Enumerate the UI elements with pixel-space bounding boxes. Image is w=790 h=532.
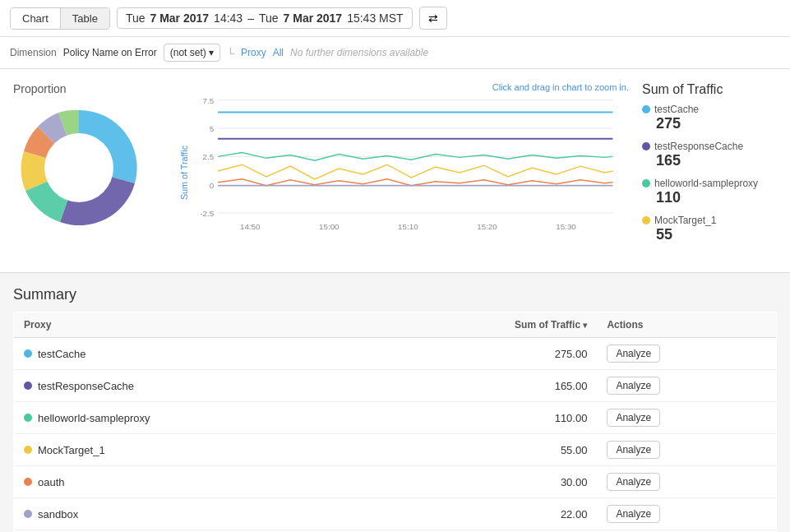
- dash: –: [247, 12, 254, 25]
- svg-text:-2.5: -2.5: [200, 209, 214, 218]
- table-row: testResponseCache 165.00 Analyze: [14, 370, 777, 402]
- date-range[interactable]: Tue 7 Mar 2017 14:43 – Tue 7 Mar 2017 15…: [117, 7, 413, 29]
- proxy-cell: MockTarget_1: [14, 434, 372, 466]
- proxy-cell: testResponseCache: [14, 370, 372, 402]
- analyze-button[interactable]: Analyze: [607, 345, 660, 363]
- proportion-area: Proportion: [13, 82, 178, 266]
- table-row: testCache 275.00 Analyze: [14, 338, 777, 370]
- actions-cell: Analyze: [597, 434, 776, 466]
- traffic-value: 165.00: [372, 370, 598, 402]
- legend-area: Sum of Traffic testCache 275 testRespons…: [629, 82, 777, 266]
- legend-dot: [642, 179, 650, 187]
- dimension-bar: Dimension Policy Name on Error (not set)…: [0, 37, 790, 69]
- svg-text:14:50: 14:50: [240, 222, 261, 231]
- legend-dot: [642, 105, 650, 113]
- svg-text:7.5: 7.5: [202, 96, 214, 105]
- svg-text:Sum of Traffic: Sum of Traffic: [179, 145, 189, 200]
- proxy-dot: [24, 446, 32, 454]
- analyze-button[interactable]: Analyze: [607, 505, 660, 523]
- proxy-link[interactable]: Proxy: [241, 47, 266, 58]
- line-chart-svg[interactable]: Sum of Traffic 7.5 5 2.5 0 -2.5 14:50 15…: [178, 82, 629, 263]
- proxy-column-header: Proxy: [14, 312, 372, 338]
- proxy-dot: [24, 510, 32, 518]
- legend-item-name: testCache: [642, 104, 777, 115]
- legend-item: testResponseCache 165: [642, 141, 777, 169]
- actions-cell: Analyze: [597, 402, 776, 434]
- traffic-column-header[interactable]: Sum of Traffic ▾: [372, 312, 598, 338]
- table-row: sandbox 22.00 Analyze: [14, 498, 777, 530]
- proxy-dot: [24, 349, 32, 358]
- legend-item-name: testResponseCache: [642, 141, 777, 152]
- table-tab[interactable]: Table: [61, 8, 109, 29]
- svg-text:5: 5: [210, 124, 215, 133]
- donut-chart: [13, 102, 145, 234]
- proxy-name: oauth: [38, 476, 65, 488]
- summary-section: Summary Proxy Sum of Traffic ▾ Actions t…: [0, 273, 790, 532]
- time2-tz: 15:43 MST: [347, 12, 403, 25]
- legend-item: testCache 275: [642, 104, 777, 132]
- table-row: MockTarget_1 55.00 Analyze: [14, 434, 777, 466]
- actions-column-header: Actions: [597, 312, 776, 338]
- proportion-label: Proportion: [13, 82, 178, 95]
- proxy-cell: oauth: [14, 466, 372, 498]
- not-set-dropdown[interactable]: (not set) ▾: [164, 44, 220, 62]
- proxy-dot: [24, 478, 32, 486]
- svg-text:15:00: 15:00: [319, 222, 340, 231]
- legend-item-value: 55: [656, 226, 777, 243]
- separator: └: [227, 47, 234, 59]
- legend-dot: [642, 142, 650, 150]
- dimension-label: Dimension: [10, 47, 57, 58]
- svg-text:2.5: 2.5: [202, 152, 214, 161]
- all-link[interactable]: All: [273, 47, 284, 58]
- analyze-button[interactable]: Analyze: [607, 377, 660, 395]
- traffic-value: 22.00: [372, 498, 598, 530]
- proxy-name: sandbox: [38, 508, 78, 520]
- legend-item-value: 275: [656, 115, 777, 132]
- main-chart-area: Proportion: [0, 69, 790, 273]
- svg-text:15:10: 15:10: [398, 222, 418, 231]
- view-tabs: Chart Table: [10, 7, 110, 30]
- svg-text:0: 0: [210, 181, 215, 190]
- legend-item-value: 110: [656, 189, 777, 206]
- policy-name-label: Policy Name on Error: [63, 47, 157, 58]
- refresh-button[interactable]: ⇄: [419, 7, 447, 30]
- table-row: oauth 30.00 Analyze: [14, 466, 777, 498]
- traffic-value: 30.00: [372, 466, 598, 498]
- proxy-dot: [24, 414, 32, 422]
- date2: 7 Mar 2017: [284, 12, 343, 25]
- actions-cell: Analyze: [597, 338, 776, 370]
- date1: 7 Mar 2017: [150, 12, 209, 25]
- traffic-value: 110.00: [372, 402, 598, 434]
- top-bar: Chart Table Tue 7 Mar 2017 14:43 – Tue 7…: [0, 0, 790, 37]
- time1: 14:43: [214, 12, 243, 25]
- proxy-name: testResponseCache: [38, 380, 134, 392]
- actions-cell: Analyze: [597, 370, 776, 402]
- analyze-button[interactable]: Analyze: [607, 409, 660, 427]
- proxy-name: MockTarget_1: [38, 444, 105, 456]
- legend-dot: [642, 216, 650, 224]
- svg-text:15:30: 15:30: [556, 222, 576, 231]
- actions-cell: Analyze: [597, 498, 776, 530]
- line-chart-section: Click and drag in chart to zoom in. Sum …: [178, 82, 629, 266]
- proxy-cell: helloworld-sampleproxy: [14, 402, 372, 434]
- analyze-button[interactable]: Analyze: [607, 473, 660, 491]
- day2: Tue: [259, 12, 279, 25]
- day1: Tue: [126, 12, 146, 25]
- legend-item-name: helloworld-sampleproxy: [642, 178, 777, 189]
- svg-point-0: [44, 133, 113, 202]
- table-row: helloworld-sampleproxy 110.00 Analyze: [14, 402, 777, 434]
- summary-title: Summary: [13, 286, 777, 303]
- legend-item: MockTarget_1 55: [642, 215, 777, 243]
- zoom-hint: Click and drag in chart to zoom in.: [492, 82, 629, 92]
- legend-title: Sum of Traffic: [642, 82, 777, 97]
- proxy-cell: testCache: [14, 338, 372, 370]
- no-more-dimensions: No further dimensions available: [290, 47, 428, 58]
- proxy-cell: sandbox: [14, 498, 372, 530]
- chart-tab[interactable]: Chart: [11, 8, 61, 29]
- analyze-button[interactable]: Analyze: [607, 441, 660, 459]
- chevron-down-icon: ▾: [209, 47, 214, 58]
- sort-icon: ▾: [583, 321, 587, 330]
- legend-item: helloworld-sampleproxy 110: [642, 178, 777, 206]
- legend-item-value: 165: [656, 152, 777, 169]
- legend-item-name: MockTarget_1: [642, 215, 777, 226]
